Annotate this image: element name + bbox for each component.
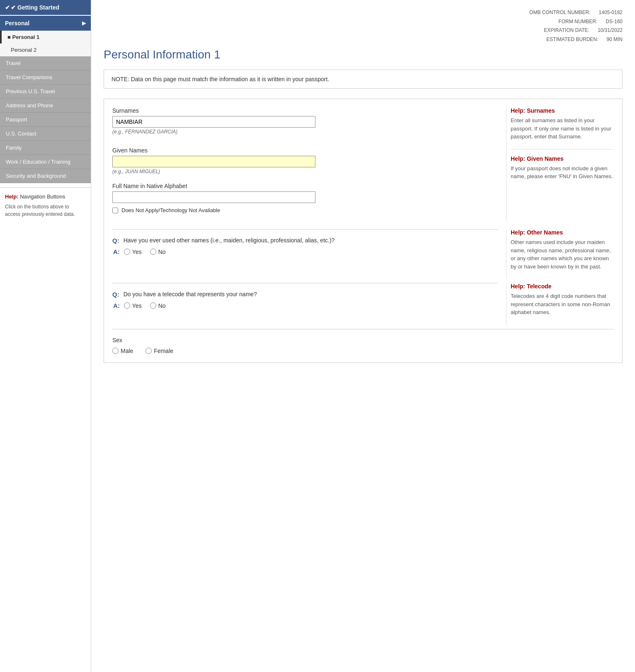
native-name-input[interactable] <box>112 191 315 203</box>
sidebar-item-security[interactable]: Security and Background <box>0 169 91 183</box>
sidebar-passport-label: Passport <box>6 116 27 123</box>
help-label-given: Help: <box>511 155 527 162</box>
sex-male-radio[interactable] <box>112 348 119 354</box>
sex-female-option[interactable]: Female <box>145 348 173 354</box>
sidebar-help-text: Click on the buttons above to access pre… <box>5 203 86 218</box>
help-other-names-section: Help: Other Names Other names used inclu… <box>511 229 614 271</box>
surnames-hint: (e.g., FERNANDEZ GARCIA) <box>112 129 498 135</box>
q1-no-label: No <box>158 249 166 255</box>
help-other-names-title: Help: Other Names <box>511 229 614 236</box>
help-given-names-text: If your passport does not include a give… <box>511 164 614 181</box>
sidebar-item-personal[interactable]: Personal ▶ <box>0 16 91 31</box>
sidebar-item-passport[interactable]: Passport <box>0 113 91 127</box>
q2-q-label: Q: <box>112 291 119 298</box>
native-name-row: Full Name in Native Alphabet Does Not Ap… <box>112 183 498 213</box>
native-checkbox-row: Does Not Apply/Technology Not Available <box>112 207 498 213</box>
sex-female-label: Female <box>154 348 173 354</box>
sidebar-item-personal1[interactable]: ■ Personal 1 <box>0 31 91 44</box>
q2-yes-option[interactable]: Yes <box>124 302 142 309</box>
sidebar-work-education-label: Work / Education / Training <box>6 159 70 165</box>
help-given-subject: Given Names <box>527 155 564 162</box>
q2-no-option[interactable]: No <box>150 302 166 309</box>
help-telecode-title: Help: Telecode <box>511 283 614 290</box>
q1-q-label: Q: <box>112 237 119 244</box>
help-label-surnames: Help: <box>511 107 527 114</box>
header-meta: OMB CONTROL NUMBER: 1405-0182 FORM NUMBE… <box>104 8 623 44</box>
q2-radio-group: Yes No <box>124 302 166 309</box>
names-two-col: Surnames (e.g., FERNANDEZ GARCIA) Given … <box>112 107 614 221</box>
q2-col-left: Q: Do you have a telecode that represent… <box>112 283 498 325</box>
q2-a-label: A: <box>113 302 120 309</box>
q2-no-radio[interactable] <box>150 302 156 309</box>
help-telecode-subject: Telecode <box>527 283 552 290</box>
sidebar-item-address-phone[interactable]: Address and Phone <box>0 99 91 113</box>
q1-yes-option[interactable]: Yes <box>124 249 142 255</box>
help-label-other: Help: <box>511 229 527 236</box>
sidebar-help-box: Help: Navigation Buttons Click on the bu… <box>0 187 91 224</box>
given-names-input[interactable] <box>112 156 315 167</box>
q1-a-label: A: <box>113 248 120 255</box>
burden-label: ESTIMATED BURDEN: <box>546 35 598 44</box>
omb-value: 1405-0182 <box>599 8 623 17</box>
q1-two-col: Q: Have you ever used other names (i.e.,… <box>112 229 614 279</box>
surnames-label: Surnames <box>112 107 498 114</box>
help-other-subject: Other Names <box>527 229 563 236</box>
names-col-left: Surnames (e.g., FERNANDEZ GARCIA) Given … <box>112 107 498 221</box>
q2-two-col: Q: Do you have a telecode that represent… <box>112 283 614 325</box>
surnames-input[interactable] <box>112 116 315 128</box>
sidebar-personal-label: Personal <box>5 20 29 27</box>
help-surnames-section: Help: Surnames Enter all surnames as lis… <box>511 107 614 141</box>
sex-male-option[interactable]: Male <box>112 348 133 354</box>
given-names-hint: (e.g., JUAN MIGUEL) <box>112 169 498 174</box>
sidebar-item-personal2[interactable]: Personal 2 <box>0 44 91 56</box>
sidebar-item-travel[interactable]: Travel <box>0 56 91 70</box>
sidebar-travel-companions-label: Travel Companions <box>6 74 52 80</box>
sidebar-help-title: Help: Navigation Buttons <box>5 193 86 200</box>
q1-a-row: A: Yes No <box>112 248 498 255</box>
sex-male-label: Male <box>121 348 133 354</box>
q1-yes-label: Yes <box>132 249 142 255</box>
sidebar-address-phone-label: Address and Phone <box>6 102 53 109</box>
q2-a-row: A: Yes No <box>112 302 498 309</box>
q1-col-right: Help: Other Names Other names used inclu… <box>506 229 614 279</box>
sex-female-radio[interactable] <box>145 348 152 354</box>
given-names-label: Given Names <box>112 147 498 154</box>
sidebar-getting-started-label: ✔ Getting Started <box>11 4 59 11</box>
arrow-right-icon: ▶ <box>82 20 86 26</box>
sidebar: ✔ ✔ Getting Started Personal ▶ ■ Persona… <box>0 0 91 672</box>
q1-section: Q: Have you ever used other names (i.e.,… <box>112 229 498 255</box>
q1-no-radio[interactable] <box>150 249 156 255</box>
q1-yes-radio[interactable] <box>124 249 130 255</box>
q1-text: Have you ever used other names (i.e., ma… <box>124 237 498 244</box>
main-content: OMB CONTROL NUMBER: 1405-0182 FORM NUMBE… <box>91 0 635 672</box>
q2-section: Q: Do you have a telecode that represent… <box>112 283 498 309</box>
note-box: NOTE: Data on this page must match the i… <box>104 70 623 89</box>
help-label: Help: <box>5 193 19 200</box>
q2-text: Do you have a telecode that represents y… <box>124 291 498 298</box>
q2-col-right: Help: Telecode Telecodes are 4 digit cod… <box>506 283 614 325</box>
sidebar-item-work-education[interactable]: Work / Education / Training <box>0 155 91 169</box>
help-surnames-title: Help: Surnames <box>511 107 614 114</box>
sex-options: Male Female <box>112 348 614 354</box>
q2-yes-radio[interactable] <box>124 302 130 309</box>
help-label-telecode: Help: <box>511 283 527 290</box>
sidebar-previous-us-travel-label: Previous U.S. Travel <box>6 88 55 94</box>
native-checkbox[interactable] <box>112 208 118 213</box>
help-given-names-section: Help: Given Names If your passport does … <box>511 155 614 181</box>
sidebar-item-us-contact[interactable]: U.S. Contact <box>0 127 91 141</box>
sidebar-travel-label: Travel <box>6 60 21 66</box>
sidebar-item-getting-started[interactable]: ✔ ✔ Getting Started <box>0 0 91 15</box>
exp-label: EXPIRATION DATE: <box>544 26 589 35</box>
native-checkbox-label[interactable]: Does Not Apply/Technology Not Available <box>121 207 220 213</box>
page-title: Personal Information 1 <box>104 48 623 61</box>
names-form-section: Surnames (e.g., FERNANDEZ GARCIA) Given … <box>104 99 623 363</box>
help-surnames-text: Enter all surnames as listed in your pas… <box>511 116 614 141</box>
help-other-names-text: Other names used include your maiden nam… <box>511 238 614 271</box>
q1-no-option[interactable]: No <box>150 249 166 255</box>
q2-row: Q: Do you have a telecode that represent… <box>112 291 498 298</box>
sidebar-item-family[interactable]: Family <box>0 141 91 155</box>
sidebar-item-previous-us-travel[interactable]: Previous U.S. Travel <box>0 85 91 99</box>
sidebar-item-travel-companions[interactable]: Travel Companions <box>0 70 91 85</box>
q1-row: Q: Have you ever used other names (i.e.,… <box>112 237 498 244</box>
form-value: DS-160 <box>606 17 623 27</box>
